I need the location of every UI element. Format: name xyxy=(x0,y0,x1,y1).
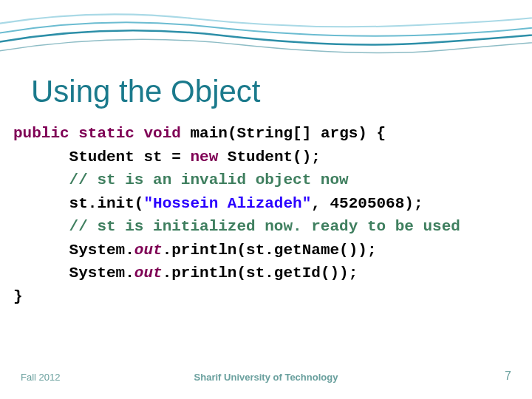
page-number: 7 xyxy=(505,369,511,383)
code-text: st.init( xyxy=(13,195,143,212)
code-text: } xyxy=(13,288,23,305)
code-comment: // st is initialized now. ready to be us… xyxy=(13,218,460,235)
code-text: System. xyxy=(13,265,134,282)
decorative-wave xyxy=(0,0,532,74)
code-comment: // st is an invalid object now xyxy=(13,171,349,188)
code-text: .println(st.getName()); xyxy=(163,242,377,259)
slide-title: Using the Object xyxy=(31,74,261,109)
code-block: public static void main(String[] args) {… xyxy=(13,122,519,308)
code-text: main(String[] args) { xyxy=(181,125,386,142)
code-static-field: out xyxy=(134,242,163,259)
footer-institution: Sharif University of Technology xyxy=(0,372,532,383)
code-text: Student(); xyxy=(218,149,321,166)
code-keyword: public xyxy=(13,125,69,142)
code-text: System. xyxy=(13,242,134,259)
code-text: Student st = xyxy=(13,149,190,166)
code-keyword: void xyxy=(143,125,180,142)
code-keyword: static xyxy=(78,125,134,142)
code-keyword: new xyxy=(190,149,218,166)
code-text: .println(st.getId()); xyxy=(163,265,358,282)
code-string: "Hossein Alizadeh" xyxy=(143,195,311,212)
code-text: , 45205068); xyxy=(311,195,423,212)
code-static-field: out xyxy=(134,265,163,282)
